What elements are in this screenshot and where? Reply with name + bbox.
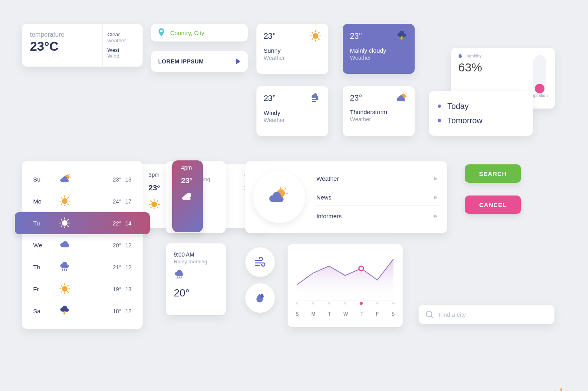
weather-sub: Weather bbox=[350, 116, 407, 122]
chevron-right-icon: ▶ bbox=[434, 194, 437, 200]
weather-card-thunderstorm[interactable]: 23° Thunderstorm Weather bbox=[343, 86, 415, 136]
morning-card-rainy[interactable]: 9:00 AM Rainy morning 20° bbox=[166, 243, 226, 315]
wind-direction: West bbox=[107, 47, 138, 53]
temperature-value: 23°C bbox=[30, 39, 94, 54]
wind-icon bbox=[254, 257, 266, 268]
day-temps: 24°17 bbox=[85, 198, 131, 205]
day-label: Sa bbox=[33, 308, 45, 314]
weather-card-windy[interactable]: 23° Windy Weather bbox=[256, 86, 328, 136]
temp: 20° bbox=[174, 287, 218, 299]
temp: 23° bbox=[350, 93, 362, 103]
day-temps: 20°12 bbox=[85, 242, 131, 249]
temp: 23° bbox=[264, 94, 276, 103]
svg-point-37 bbox=[392, 302, 395, 304]
menu-label: Informers bbox=[316, 213, 342, 219]
menu-card: Weather▶News▶Informers▶ bbox=[245, 161, 447, 233]
weather-sub: Weather bbox=[264, 117, 321, 123]
chart-day-label: S bbox=[296, 311, 299, 317]
day-temps: 23°13 bbox=[85, 176, 131, 183]
tomorrow-row[interactable]: Tomorrow bbox=[438, 116, 524, 125]
weather-icon bbox=[59, 283, 71, 294]
menu-icon-circle bbox=[253, 171, 305, 223]
menu-item[interactable]: News▶ bbox=[315, 189, 439, 206]
slider-knob[interactable] bbox=[535, 84, 544, 93]
svg-point-33 bbox=[328, 302, 330, 304]
weekly-row[interactable]: We 20°12 bbox=[22, 234, 143, 256]
chart-day-label: T bbox=[360, 311, 363, 317]
today-row[interactable]: Today bbox=[438, 102, 524, 111]
wind-circle-button[interactable] bbox=[245, 247, 275, 277]
menu-item[interactable]: Weather▶ bbox=[315, 170, 439, 187]
today-tomorrow-card: Today Tomorrow bbox=[429, 91, 533, 136]
day-label: Fr bbox=[33, 286, 45, 292]
sun-icon bbox=[552, 388, 572, 391]
weather-card-cloudy[interactable]: 23° Mainly cloudy Weather bbox=[343, 24, 415, 74]
weekly-row[interactable]: Su 23°13 bbox=[22, 168, 143, 190]
weekly-row[interactable]: Sa 18°12 bbox=[22, 300, 143, 322]
weather-icon bbox=[59, 217, 71, 228]
location-input[interactable]: Country, City bbox=[151, 24, 248, 41]
bullet-icon bbox=[438, 105, 441, 108]
weather-icon bbox=[59, 196, 71, 206]
weather-name: Windy bbox=[264, 109, 321, 116]
humidity-circle-button[interactable] bbox=[245, 283, 275, 313]
day-temps: 21°12 bbox=[85, 264, 131, 271]
svg-point-32 bbox=[312, 302, 314, 304]
chart-day-label: M bbox=[311, 311, 315, 317]
chevron-right-icon: ▶ bbox=[434, 213, 437, 219]
temperature-card: temperature 23°C Clear weather West Wind bbox=[22, 24, 143, 67]
location-text: Country, City bbox=[170, 30, 205, 36]
search-button[interactable]: SEARCH bbox=[465, 164, 521, 183]
wind-icon bbox=[310, 93, 321, 104]
hour-label: 4pm bbox=[181, 164, 203, 171]
menu-item[interactable]: Informers▶ bbox=[315, 208, 439, 224]
weekly-row[interactable]: Th 21°12 bbox=[22, 256, 143, 278]
weather-sub: Weather bbox=[264, 55, 321, 61]
bullet-icon bbox=[438, 119, 441, 122]
weather-icon bbox=[181, 192, 192, 202]
day-label: Th bbox=[33, 264, 45, 271]
temperature-label: temperature bbox=[30, 31, 94, 38]
day-label: We bbox=[33, 242, 45, 249]
sun-icon bbox=[310, 30, 321, 41]
weather-sub: Weather bbox=[350, 55, 407, 61]
weekly-row[interactable]: Fr 19°13 bbox=[22, 278, 143, 300]
svg-point-35 bbox=[360, 302, 363, 305]
day-temps: 19°13 bbox=[85, 286, 131, 292]
weather-name: Mainly cloudy bbox=[350, 47, 407, 54]
search-icon bbox=[425, 310, 434, 319]
search-input-card[interactable] bbox=[419, 305, 554, 324]
weekly-row[interactable]: Tu 22°14 bbox=[15, 212, 150, 234]
temp: 23° bbox=[350, 32, 362, 41]
weekly-forecast: Su 23°13Mo 24°17Tu 22°14We 20°12Th 21°12… bbox=[22, 161, 143, 329]
day-label: Su bbox=[33, 176, 45, 183]
hourly-item[interactable]: 4pm 23° bbox=[172, 160, 203, 232]
pin-icon bbox=[157, 28, 165, 37]
weather-icon bbox=[149, 199, 160, 209]
lorem-button[interactable]: LOREM IPPSUM bbox=[151, 51, 248, 72]
day-label: Tu bbox=[33, 220, 45, 227]
temperature-chart bbox=[293, 251, 397, 306]
condition-text: Clear bbox=[107, 32, 138, 38]
weather-icon bbox=[59, 305, 71, 316]
city-search-input[interactable] bbox=[439, 311, 548, 318]
weather-name: Thunderstorm bbox=[350, 109, 407, 115]
hour-temp: 23° bbox=[181, 176, 203, 185]
cancel-button[interactable]: CANCEL bbox=[465, 196, 521, 214]
svg-point-29 bbox=[359, 266, 364, 271]
day-temps: 22°14 bbox=[85, 220, 131, 227]
day-temps: 18°12 bbox=[85, 308, 131, 314]
svg-point-34 bbox=[344, 302, 346, 304]
partly-cloudy-icon bbox=[395, 93, 407, 103]
weekly-row[interactable]: Mo 24°17 bbox=[22, 190, 143, 212]
menu-label: Weather bbox=[316, 175, 339, 182]
condition-sub: weather bbox=[107, 38, 138, 43]
humidity-slider[interactable] bbox=[533, 55, 546, 95]
desc: Rainy morning bbox=[174, 259, 218, 265]
menu-label: News bbox=[316, 194, 332, 201]
chart-day-label: T bbox=[328, 311, 331, 317]
weather-icon bbox=[59, 174, 71, 184]
rain-icon bbox=[174, 269, 187, 281]
chart-card: SMTWTFS bbox=[288, 244, 403, 327]
weather-card-sunny[interactable]: 23° Sunny Weather bbox=[256, 24, 328, 74]
